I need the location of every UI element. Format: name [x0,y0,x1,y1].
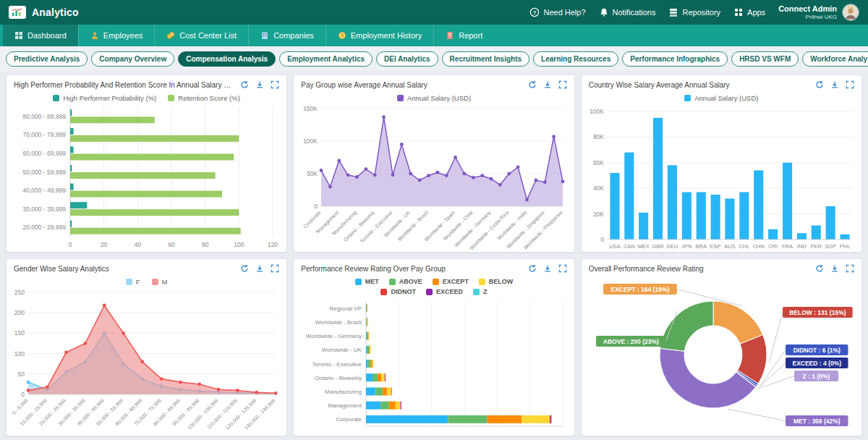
card-title: Gender Wise Salary Analytics [14,265,234,273]
svg-text:80K: 80K [593,133,604,140]
svg-text:250: 250 [14,289,25,296]
svg-text:0: 0 [69,241,72,248]
legend-annual-salary[interactable]: Annual Salary (USD) [397,94,471,102]
legend-z[interactable]: Z [473,288,488,295]
download-icon[interactable] [543,264,552,273]
overall-performance-donut-chart: EXCEPT : 164 (19%)BELOW : 131 (15%)DIDNO… [582,275,859,435]
download-icon[interactable] [255,80,264,89]
tab-report[interactable]: Report [433,25,494,46]
legend-swatch [126,279,132,285]
expand-icon[interactable] [271,264,279,273]
svg-text:0: 0 [315,203,318,210]
refresh-icon[interactable] [240,80,249,89]
svg-text:20K: 20K [593,211,604,218]
svg-text:80,000 - 89,999: 80,000 - 89,999 [22,113,66,120]
legend-retention-score[interactable]: Retention Score (%) [168,94,240,102]
legend-swatch [168,95,174,101]
dashboard-grid: High Performer Probability And Retention… [0,71,868,440]
pill-workforce-analysis[interactable]: Workforce Analysis [802,51,868,67]
tab-employees[interactable]: Employees [78,25,154,46]
svg-text:60: 60 [168,241,175,248]
pill-compensation-analysis[interactable]: Compensation Analysis [178,51,276,67]
pill-dei-analytics[interactable]: DEI Analytics [376,51,438,67]
expand-icon[interactable] [846,264,854,273]
svg-text:50: 50 [18,371,25,378]
expand-icon[interactable] [846,80,854,89]
card-gender-salary: Gender Wise Salary Analytics F M 0501001… [6,258,287,436]
legend-swatch [152,279,158,285]
svg-text:60,000 - 69,999: 60,000 - 69,999 [22,150,66,157]
legend-high-performer[interactable]: High Performer Probability (%) [53,94,156,102]
need-help-button[interactable]: ? Need Help? [529,7,585,17]
expand-icon[interactable] [271,80,279,89]
legend-above[interactable]: ABOVE [389,278,422,285]
refresh-icon[interactable] [240,264,249,273]
download-icon[interactable] [830,80,839,89]
svg-text:Worldwide - Spain: Worldwide - Spain [424,210,457,243]
refresh-icon[interactable] [815,80,824,89]
pill-predictive-analysis[interactable]: Predictive Analysis [6,51,88,67]
employees-icon [90,31,99,40]
pill-performance-infographics[interactable]: Performance Infographics [622,51,728,67]
svg-text:MEX: MEX [637,243,649,250]
user-subtitle: Prithwi UKG [778,14,837,20]
pill-hrsd-vs-wfm[interactable]: HRSD VS WFM [731,51,799,67]
legend-male[interactable]: M [152,278,168,286]
refresh-icon[interactable] [528,80,537,89]
card-title: Performance Review Rating Over Pay Group [301,265,522,273]
pill-employment-analytics[interactable]: Employment Analytics [279,51,373,67]
tab-companies[interactable]: Companies [248,25,326,46]
avatar [842,4,859,21]
svg-text:Z : 1 (0%): Z : 1 (0%) [802,373,830,380]
svg-text:40,000 - 49,999: 40,000 - 49,999 [22,187,66,194]
tab-cost-center-list[interactable]: Cost Center List [154,25,248,46]
expand-icon[interactable] [558,264,567,273]
legend-swatch [355,279,362,285]
legend-except[interactable]: EXCEPT [433,278,469,285]
tab-employment-history[interactable]: Employment History [326,25,433,46]
pay-group-salary-chart: 050K100K150KCorporateManagementManufactu… [294,103,571,251]
apps-button[interactable]: Apps [733,7,765,17]
tab-dashboard[interactable]: Dashboard [3,25,78,46]
sub-nav: Predictive Analysis Company Overview Com… [0,46,868,71]
repository-icon [668,7,678,17]
legend-annual-salary[interactable]: Annual Salary (USD) [684,94,758,102]
download-icon[interactable] [543,80,552,89]
svg-text:20,000 - 29,999: 20,000 - 29,999 [22,224,66,231]
svg-text:MET : 359 (42%): MET : 359 (42%) [793,418,841,425]
cost-center-icon [166,31,175,40]
legend-exceed[interactable]: EXCEED [426,288,463,295]
legend-swatch [389,279,396,285]
bell-icon [599,7,609,17]
card-title: Country Wise Salary Average Annual Salar… [589,81,809,89]
card-performance-rating-paygroup: Performance Review Rating Over Pay Group… [293,258,574,436]
pill-learning-resources[interactable]: Learning Resources [533,51,618,67]
card-overall-performance-rating: Overall Performance Review Rating EXCEPT… [581,258,862,436]
legend-swatch [397,95,404,101]
svg-text:BELOW : 131 (15%): BELOW : 131 (15%) [789,309,846,316]
expand-icon[interactable] [558,80,567,89]
legend-below[interactable]: BELOW [479,278,514,285]
legend-swatch [426,289,433,295]
user-name: Connect Admin [778,4,837,14]
country-salary-chart: 020K40K60K80K100KUSACANMEXGBRDEUJPNBRAES… [582,103,859,251]
dashboard-icon [14,31,23,40]
download-icon[interactable] [830,264,839,273]
pill-recruitment-insights[interactable]: Recruitment Insights [442,51,529,67]
legend-met[interactable]: MET [355,278,379,285]
svg-text:100: 100 [14,350,25,358]
repository-button[interactable]: Repository [668,7,720,17]
refresh-icon[interactable] [815,264,824,273]
refresh-icon[interactable] [528,264,537,273]
svg-text:Ontario - Biweekly: Ontario - Biweekly [315,375,362,381]
report-icon [446,31,454,40]
notifications-button[interactable]: Notifications [599,7,656,17]
pill-company-overview[interactable]: Company Overview [91,51,174,67]
svg-text:0: 0 [21,391,25,398]
download-icon[interactable] [255,264,264,273]
svg-text:FRA: FRA [782,243,793,250]
svg-text:PHL: PHL [839,243,850,250]
legend-female[interactable]: F [126,278,140,286]
legend-didnot[interactable]: DIDNOT [380,288,416,295]
user-menu[interactable]: Connect Admin Prithwi UKG [778,4,859,21]
